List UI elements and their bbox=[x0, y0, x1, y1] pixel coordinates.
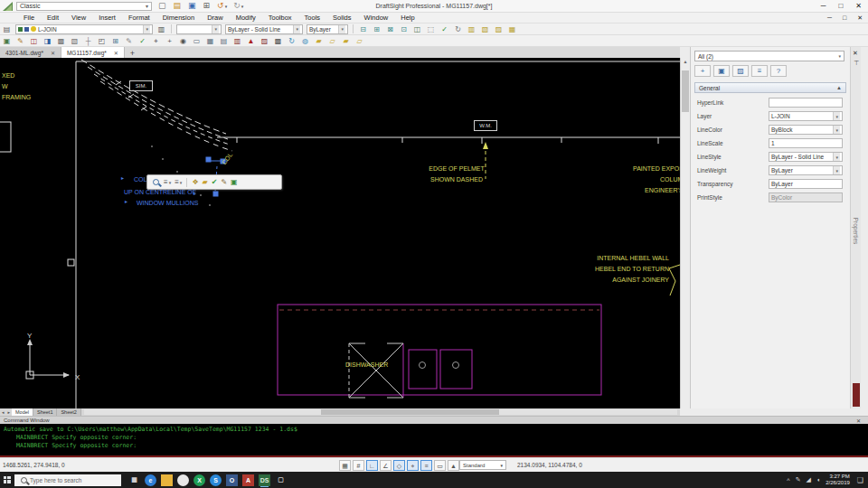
palette-close-icon[interactable]: ✕ bbox=[853, 50, 858, 57]
canvas-horizontal-scrollbar[interactable] bbox=[84, 409, 677, 415]
file-explorer-icon[interactable] bbox=[161, 474, 173, 486]
snap-toggle[interactable]: ▦ bbox=[339, 460, 351, 471]
clean-icon[interactable]: ▨ bbox=[259, 36, 270, 46]
menu-item[interactable]: View bbox=[71, 14, 86, 22]
flag-icon[interactable]: ▲ bbox=[245, 36, 257, 46]
canvas-vertical-scrollbar[interactable]: ▲ bbox=[680, 58, 689, 408]
maximize-button[interactable]: □ bbox=[832, 2, 849, 10]
picture-icon[interactable]: ▣ bbox=[231, 175, 238, 189]
doc-restore-button[interactable]: □ bbox=[837, 14, 852, 21]
annoscale-toggle[interactable]: ▲ bbox=[448, 460, 459, 471]
menu-item[interactable]: Draw bbox=[207, 14, 223, 22]
property-value[interactable]: ByLayer ▾ bbox=[769, 165, 843, 175]
draftsight-icon[interactable]: DS bbox=[259, 474, 270, 486]
menu-item[interactable]: File bbox=[24, 14, 34, 22]
help-button[interactable]: ? bbox=[770, 65, 787, 77]
edit-note-icon[interactable]: ✎ bbox=[123, 36, 135, 46]
note-new-icon[interactable]: ▰ bbox=[340, 36, 352, 46]
note-yellow-icon[interactable]: ▰ bbox=[313, 36, 325, 46]
property-value[interactable]: ▾ bbox=[769, 98, 843, 108]
property-value[interactable]: ByLayer ▾ bbox=[769, 179, 843, 189]
menu-item[interactable]: Help bbox=[401, 14, 414, 22]
drawing-canvas[interactable]: Y X XEDWFRAMING SIM. W.M. ▸ COL UP ON CE… bbox=[0, 58, 680, 408]
table-icon[interactable]: ▦ bbox=[204, 36, 216, 46]
volume-icon[interactable]: ◖ bbox=[816, 476, 820, 483]
document-tab[interactable]: 4301-ML.dwg* ✕ bbox=[0, 47, 61, 58]
sheet-tab[interactable]: Model bbox=[12, 408, 33, 416]
brush-icon[interactable]: ✎ bbox=[221, 175, 227, 189]
layer-restore-icon[interactable]: ↻ bbox=[452, 24, 464, 34]
printarea-toggle[interactable]: ▭ bbox=[434, 460, 446, 471]
note-copy-icon[interactable]: ▱ bbox=[326, 36, 338, 46]
menu-item[interactable]: Window bbox=[364, 14, 389, 22]
menu-item[interactable]: Format bbox=[128, 14, 150, 22]
selected-note-line2[interactable]: UP ON CENTRELINE OF bbox=[124, 189, 196, 195]
filter-button[interactable]: ≡ bbox=[751, 65, 768, 77]
layer-check-icon[interactable]: ✓ bbox=[439, 24, 450, 34]
print-style-dropdown[interactable]: Standard ▾ bbox=[459, 460, 506, 470]
note-edit-icon[interactable]: ▱ bbox=[354, 36, 365, 46]
snapmark-icon[interactable]: ⌖ bbox=[150, 36, 162, 46]
layer-dropdown[interactable]: L-JOIN ▾ bbox=[15, 24, 153, 34]
menu-item[interactable]: Solids bbox=[333, 14, 351, 22]
doc-minimize-button[interactable]: ─ bbox=[822, 14, 837, 21]
excel-icon[interactable]: X bbox=[193, 474, 205, 486]
cell-icon[interactable]: ▤ bbox=[218, 36, 230, 46]
ortho-toggle[interactable]: ∟ bbox=[366, 460, 378, 471]
layers-manager-icon[interactable]: ▤ bbox=[1, 24, 13, 34]
block-icon[interactable]: ◫ bbox=[28, 36, 40, 46]
print-button[interactable]: ⊞ bbox=[203, 1, 212, 11]
palette-pin-icon[interactable]: ⊤ bbox=[854, 60, 859, 67]
layer-previous-icon[interactable]: ▥ bbox=[156, 24, 167, 34]
action-center-icon[interactable]: ❏ bbox=[857, 476, 863, 484]
edge-icon[interactable]: e bbox=[145, 474, 156, 486]
redo-button[interactable]: ↻▾ bbox=[233, 1, 243, 11]
sheet-tab[interactable]: Sheet2 bbox=[57, 408, 80, 416]
probe-icon[interactable]: ◉ bbox=[177, 36, 189, 46]
new-tab-button[interactable]: + bbox=[125, 49, 140, 58]
menu-item[interactable]: Toolbox bbox=[269, 14, 292, 22]
tab-close-icon[interactable]: ✕ bbox=[51, 50, 55, 56]
line-color-dropdown[interactable]: ▾ bbox=[176, 24, 222, 34]
pattern-icon[interactable]: ▧ bbox=[69, 36, 80, 46]
attach-image-icon[interactable]: ▣ bbox=[1, 36, 13, 46]
task-view-button[interactable]: ▦ bbox=[128, 474, 140, 486]
layer-freeze-icon[interactable]: ⊞ bbox=[371, 24, 382, 34]
command-close-icon[interactable]: ✕ bbox=[856, 418, 864, 424]
minimize-button[interactable]: ─ bbox=[815, 2, 833, 10]
selected-note-line3[interactable]: WINDOW MULLIONS bbox=[137, 200, 198, 206]
taskbar-clock[interactable]: 3:27 PM 2/26/2019 bbox=[826, 474, 850, 486]
skype-icon[interactable]: S bbox=[210, 474, 222, 486]
apply-icon[interactable]: ✔ bbox=[212, 175, 218, 189]
command-history[interactable]: Automatic save to C:\Users\matthew\AppDa… bbox=[0, 424, 868, 455]
save-button[interactable]: ▣ bbox=[188, 1, 197, 11]
richline-style-icon[interactable]: ❖ bbox=[192, 175, 198, 189]
layer-preview-icon[interactable]: ⊟ bbox=[357, 24, 369, 34]
undo-button[interactable]: ↺▾ bbox=[217, 1, 227, 11]
viewport-icon[interactable]: ◰ bbox=[96, 36, 108, 46]
hatch-icon[interactable]: ▩ bbox=[55, 36, 67, 46]
copy-properties-button[interactable]: ▣ bbox=[713, 65, 730, 77]
sync-icon[interactable]: ↻ bbox=[286, 36, 297, 46]
layer-delete-icon[interactable]: ▨ bbox=[493, 24, 505, 34]
pen-icon[interactable]: ✎ bbox=[796, 476, 801, 483]
tray-expand-icon[interactable]: ^ bbox=[787, 477, 789, 483]
grip-arrow-icon[interactable]: ▸ bbox=[193, 190, 196, 196]
move-icon[interactable]: + bbox=[164, 36, 175, 46]
property-value[interactable]: ByColor ▾ bbox=[769, 192, 843, 202]
grid-toggle[interactable]: # bbox=[353, 460, 364, 471]
check-icon[interactable]: ✓ bbox=[137, 36, 148, 46]
linestyle-dropdown[interactable]: ≡▾ bbox=[175, 175, 182, 190]
property-value[interactable]: 1 ▾ bbox=[769, 138, 843, 148]
select-entities-button[interactable]: + bbox=[694, 65, 711, 77]
selected-note-line1[interactable]: COL bbox=[134, 176, 146, 183]
workspace-selector[interactable]: Classic ▾ bbox=[16, 2, 152, 11]
open-file-button[interactable]: ▤ bbox=[174, 1, 183, 11]
polar-toggle[interactable]: ∠ bbox=[380, 460, 392, 471]
esnap-toggle[interactable]: ◇ bbox=[393, 460, 405, 471]
outlook-icon[interactable]: O bbox=[226, 474, 238, 486]
general-section-header[interactable]: General ▲ bbox=[694, 82, 846, 93]
property-value[interactable]: ByLayer - Solid Line ▾ bbox=[769, 152, 843, 162]
layer-merge-icon[interactable]: ▧ bbox=[479, 24, 491, 34]
new-file-button[interactable]: ▢ bbox=[158, 1, 167, 11]
